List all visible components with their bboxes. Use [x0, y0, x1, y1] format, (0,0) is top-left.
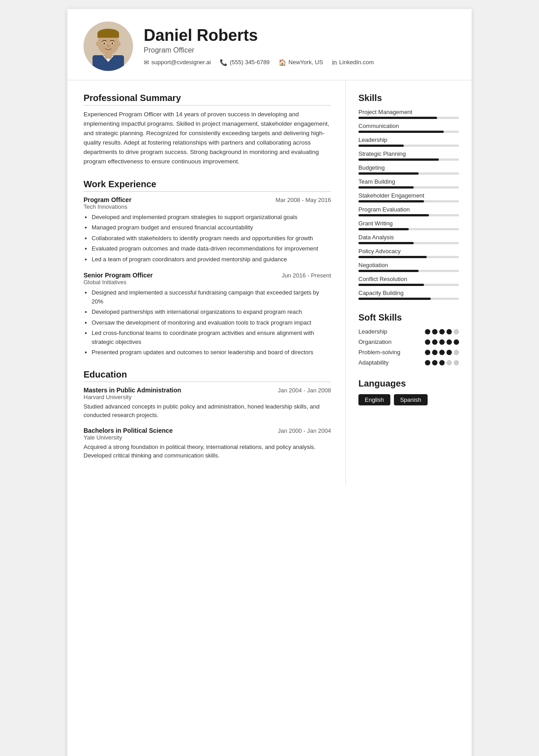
job-header: Program Officer Mar 2008 - May 2016: [84, 196, 331, 203]
svg-point-11: [103, 42, 105, 44]
skill-bar: [358, 228, 459, 230]
skill-bar: [358, 145, 459, 147]
svg-point-14: [96, 42, 99, 46]
avatar: [84, 22, 133, 71]
skill-fill: [358, 186, 414, 189]
soft-skill-name: Leadership: [358, 328, 387, 335]
skill-name: Data Analysis: [358, 234, 459, 241]
skill-bar: [358, 172, 459, 175]
skill-item: Capacity Building: [358, 290, 459, 300]
work-section: Work Experience Program Officer Mar 2008…: [84, 179, 331, 357]
skills-section: Skills Project Management Communication …: [358, 93, 459, 300]
skill-dot: [432, 350, 437, 355]
skill-dot: [425, 339, 430, 345]
edu-header: Masters in Public Administration Jan 200…: [84, 387, 331, 394]
skill-bar: [358, 270, 459, 272]
linkedin-icon: in: [332, 59, 337, 66]
svg-rect-8: [97, 33, 119, 38]
skill-name: Budgeting: [358, 164, 459, 171]
resume-container: Daniel Roberts Program Officer ✉ support…: [67, 9, 472, 756]
language-badge: Spanish: [394, 394, 428, 405]
edu-item: Masters in Public Administration Jan 200…: [84, 387, 331, 420]
languages-container: EnglishSpanish: [358, 394, 459, 405]
skill-item: Program Evaluation: [358, 206, 459, 216]
work-title: Work Experience: [84, 179, 331, 192]
skills-container: Project Management Communication Leaders…: [358, 109, 459, 300]
skill-fill: [358, 158, 439, 161]
job-header: Senior Program Officer Jun 2016 - Presen…: [84, 272, 331, 279]
edu-container: Masters in Public Administration Jan 200…: [84, 387, 331, 460]
skill-bar: [358, 200, 459, 202]
skill-dot: [432, 329, 437, 334]
skill-bar: [358, 256, 459, 258]
skill-name: Team Building: [358, 178, 459, 185]
skill-bar: [358, 186, 459, 189]
bullet-item: Collaborated with stakeholders to identi…: [92, 234, 331, 243]
skill-fill: [358, 172, 419, 175]
skill-dot: [439, 339, 445, 345]
phone-icon: 📞: [220, 59, 227, 66]
header-section: Daniel Roberts Program Officer ✉ support…: [67, 9, 472, 80]
skill-dot: [446, 360, 452, 365]
skill-fill: [358, 228, 409, 230]
bullet-item: Developed and implemented program strate…: [92, 213, 331, 222]
skill-name: Policy Advocacy: [358, 248, 459, 255]
edu-degree: Bachelors in Political Science: [84, 427, 172, 434]
skill-item: Budgeting: [358, 164, 459, 175]
contact-linkedin: in LinkedIn.com: [332, 59, 374, 66]
bullet-item: Led cross-functional teams to coordinate…: [92, 329, 331, 346]
soft-skills-section: Soft Skills Leadership Organization Prob…: [358, 312, 459, 366]
skill-dot: [454, 339, 459, 345]
job-company: Global Initiatives: [84, 279, 331, 286]
skill-bar: [358, 117, 459, 119]
skill-fill: [358, 131, 444, 133]
skill-item: Project Management: [358, 109, 459, 119]
skill-dots: [425, 329, 459, 334]
skill-dot: [454, 350, 459, 355]
skill-fill: [358, 256, 427, 258]
skill-item: Strategic Planning: [358, 150, 459, 161]
bullet-item: Presented program updates and outcomes t…: [92, 348, 331, 357]
edu-degree: Masters in Public Administration: [84, 387, 181, 394]
skill-name: Negotiation: [358, 262, 459, 268]
languages-title: Languages: [358, 378, 459, 389]
skill-fill: [358, 270, 419, 272]
soft-skill-item: Organization: [358, 338, 459, 345]
job-bullets: Designed and implemented a successful fu…: [84, 288, 331, 357]
skill-item: Leadership: [358, 136, 459, 147]
skill-name: Strategic Planning: [358, 150, 459, 157]
contact-email: ✉ support@cvdesigner.ai: [144, 59, 211, 66]
summary-title: Professional Summary: [84, 93, 331, 105]
skill-dot: [439, 329, 445, 334]
job-item: Program Officer Mar 2008 - May 2016 Tech…: [84, 196, 331, 264]
skill-item: Communication: [358, 123, 459, 133]
skill-name: Project Management: [358, 109, 459, 115]
jobs-container: Program Officer Mar 2008 - May 2016 Tech…: [84, 196, 331, 357]
skill-name: Stakeholder Engagement: [358, 192, 459, 199]
svg-point-15: [118, 42, 121, 46]
header-info: Daniel Roberts Program Officer ✉ support…: [144, 26, 455, 66]
skill-name: Capacity Building: [358, 290, 459, 296]
edu-dates: Jan 2000 - Jan 2004: [278, 427, 331, 434]
skill-name: Leadership: [358, 136, 459, 143]
skill-dot: [454, 360, 459, 365]
skill-item: Team Building: [358, 178, 459, 189]
skill-bar: [358, 284, 459, 286]
skill-dot: [439, 350, 445, 355]
svg-point-12: [111, 42, 113, 44]
skill-bar: [358, 298, 459, 300]
job-bullets: Developed and implemented program strate…: [84, 213, 331, 264]
bullet-item: Evaluated program outcomes and made data…: [92, 244, 331, 253]
edu-desc: Acquired a strong foundation in politica…: [84, 443, 331, 460]
candidate-title: Program Officer: [144, 46, 455, 54]
skill-dot: [446, 329, 452, 334]
skill-fill: [358, 242, 414, 244]
language-badge: English: [358, 394, 390, 405]
soft-skill-item: Leadership: [358, 328, 459, 335]
bullet-item: Managed program budget and ensured finan…: [92, 223, 331, 232]
skill-fill: [358, 298, 431, 300]
body: Professional Summary Experienced Program…: [67, 80, 472, 485]
bullet-item: Oversaw the development of monitoring an…: [92, 318, 331, 327]
contact-row: ✉ support@cvdesigner.ai 📞 (555) 345-6789…: [144, 59, 455, 66]
skill-item: Stakeholder Engagement: [358, 192, 459, 202]
